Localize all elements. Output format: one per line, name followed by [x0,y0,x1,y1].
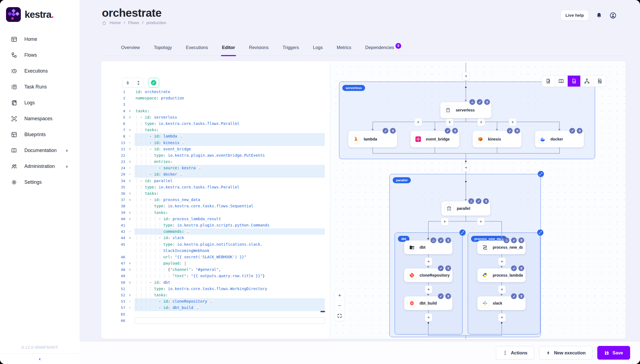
expand-icon[interactable] [468,198,474,204]
delete-icon[interactable] [518,293,524,299]
fold-chevron-icon[interactable]: › [125,305,134,311]
fold-chevron-icon[interactable]: ∨ [125,197,134,203]
fold-chevron-icon[interactable]: › [125,228,134,235]
edit-icon[interactable] [569,128,575,134]
code-text[interactable]: │ │ │ │ tasks: [134,292,325,298]
save-button[interactable]: Save [597,346,630,360]
task-node-dbt[interactable]: dbt [404,240,452,254]
edit-icon[interactable] [511,293,517,299]
delete-icon[interactable] [445,293,451,299]
fold-chevron-icon[interactable]: › [125,140,134,146]
add-task-button[interactable]: + [441,217,449,226]
sidebar-item-blueprints[interactable]: Blueprints [0,127,80,142]
fold-chevron-icon[interactable]: ∨ [125,146,134,152]
file-search-icon[interactable] [593,76,606,87]
sidebar-item-settings[interactable]: Settings [0,174,80,190]
code-text[interactable] [134,317,325,324]
code-text[interactable]: namespace: production [134,95,325,101]
expand-icon[interactable] [469,99,475,105]
edit-icon[interactable] [383,128,388,134]
edit-icon[interactable] [477,99,483,105]
book-icon[interactable] [555,76,567,87]
add-task-button[interactable]: + [425,257,432,266]
tab-topology[interactable]: Topology [153,41,173,56]
code-text[interactable]: │ │ │ │ │ │ SlackIncomingWebhook [134,248,325,254]
topology-canvas[interactable]: serverlessparalleldbtprocess_new_data+++… [330,61,626,339]
sidebar-item-home[interactable]: Home [0,31,80,47]
breadcrumb-item-flows[interactable]: Flows [128,20,139,25]
delete-icon[interactable] [518,237,524,243]
sitemap-icon[interactable] [580,76,593,87]
task-node-docker[interactable]: docker [535,131,584,147]
code-text[interactable]: │ │ │ │ │ - id: process_lambda_result [134,216,325,222]
fold-chevron-icon[interactable]: › [125,171,134,177]
fold-chevron-icon[interactable]: ∨ [125,159,134,165]
collapse-group-button-dbt[interactable] [460,230,466,236]
file-edit-icon[interactable] [542,76,555,87]
sidebar-item-namespaces[interactable]: Namespaces [0,111,80,127]
add-task-button[interactable]: + [509,118,516,126]
code-text[interactable]: │ │ │ │ type: io.kestra.core.tasks.flows… [134,203,325,209]
code-text[interactable]: │ │ │ │ │ │ type: io.kestra.plugin.notif… [134,241,325,248]
tab-overview[interactable]: Overview [120,41,140,56]
code-text[interactable]: │ │ │ │ │ - source: kestra… [134,165,325,171]
delete-icon[interactable] [514,128,520,134]
code-text[interactable]: │ │ │ │ type: io.kestra.core.tasks.flows… [134,286,325,292]
edit-icon[interactable] [507,128,513,134]
fold-chevron-icon[interactable]: ∨ [125,127,134,133]
code-text[interactable]: │ │ tasks: [134,127,325,133]
delete-icon[interactable] [445,237,451,243]
tab-logs[interactable]: Logs [312,41,323,56]
new-execution-button[interactable]: New execution [539,346,593,360]
edit-icon[interactable] [438,237,444,243]
task-node-process_lambda_result[interactable]: process_lambda_re... [477,268,526,282]
code-text[interactable] [134,101,325,108]
editor-scrollbar-thumb[interactable] [320,311,325,312]
add-task-button[interactable]: + [414,118,422,126]
code-text[interactable]: │ │ │ │ │ - id: slack [134,235,325,241]
notifications-bell-icon[interactable] [596,12,602,19]
fold-chevron-icon[interactable]: ∨ [125,114,134,121]
edit-icon[interactable] [511,265,517,271]
sidebar-item-documentation[interactable]: Documentation› [0,142,80,158]
code-text[interactable]: │ │ │ │ type: io.kestra.plugin.aws.event… [134,152,325,159]
edit-icon[interactable] [511,237,517,243]
actions-button[interactable]: Actions [496,346,534,360]
delete-icon[interactable] [390,128,396,134]
code-text[interactable]: │ │ │ │ tasks: [134,210,325,216]
edit-icon[interactable] [438,293,444,299]
sidebar-item-flows[interactable]: Flows [0,47,80,63]
task-node-dbt_build[interactable]: dbt_build [404,296,452,310]
add-task-button[interactable]: + [498,313,506,322]
tab-executions[interactable]: Executions [185,41,209,56]
code-text[interactable]: id: orchestrate [134,89,325,95]
code-text[interactable]: │ │ │ │ │ │ commands:… [134,228,325,235]
sidebar-item-administration[interactable]: Administration› [0,158,80,174]
code-text[interactable]: │ │ │ - id: event_bridge [134,146,325,152]
code-text[interactable]: │ - id: parallel [134,178,325,184]
code-text[interactable]: │ │ │ │ │ - id: cloneRepository… [134,298,325,305]
delete-icon[interactable] [445,265,451,271]
code-text[interactable]: │ │ │ - id: kinesis… [134,140,325,146]
fold-chevron-icon[interactable]: ∨ [125,108,134,114]
task-node-kinesis[interactable]: kinesis [473,131,521,147]
user-avatar[interactable] [610,12,616,19]
tab-editor[interactable]: Editor [222,41,236,56]
add-task-button[interactable]: + [462,72,470,80]
validation-ok-button[interactable]: ✓ [148,78,159,88]
code-text[interactable]: │ │ │ - id: dbt [134,279,325,286]
delete-icon[interactable] [577,128,582,134]
task-node-slack[interactable]: slack [477,296,526,310]
code-text[interactable]: │ │ │ │ │ │ payload: | [134,260,325,266]
fit-to-screen-button[interactable] [335,311,345,321]
code-text[interactable]: │ │ │ - id: process_new_data [134,197,325,203]
code-text[interactable] [134,311,325,317]
code-text[interactable]: │ │ type: io.kestra.core.tasks.flows.Par… [134,121,325,127]
add-task-button[interactable]: + [425,313,432,322]
add-task-button[interactable]: + [462,164,470,172]
fold-chevron-icon[interactable]: › [125,133,134,139]
fold-chevron-icon[interactable]: › [125,165,134,171]
fold-chevron-icon[interactable]: ∨ [125,235,134,241]
tab-metrics[interactable]: Metrics [336,41,352,56]
add-task-button[interactable]: + [477,118,485,126]
